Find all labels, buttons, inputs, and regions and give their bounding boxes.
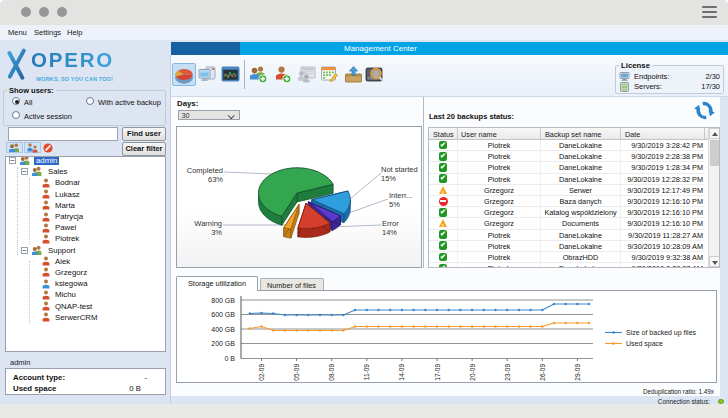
svg-text:Size of backed up files: Size of backed up files bbox=[626, 329, 697, 337]
svg-text:Interr...: Interr... bbox=[389, 191, 412, 200]
svg-text:0 B: 0 B bbox=[224, 355, 235, 362]
svg-text:Used space: Used space bbox=[626, 340, 663, 348]
svg-text:15%: 15% bbox=[381, 174, 396, 183]
svg-text:02-09: 02-09 bbox=[258, 364, 265, 381]
svg-text:08-09: 08-09 bbox=[328, 364, 335, 381]
svg-text:800 GB: 800 GB bbox=[211, 297, 235, 304]
svg-text:14-09: 14-09 bbox=[398, 364, 405, 381]
svg-text:Not started: Not started bbox=[381, 165, 418, 174]
svg-text:3%: 3% bbox=[211, 228, 222, 237]
svg-text:400 GB: 400 GB bbox=[211, 326, 235, 333]
svg-text:23-09: 23-09 bbox=[504, 364, 511, 381]
svg-text:20-09: 20-09 bbox=[469, 364, 476, 381]
svg-text:Completed: Completed bbox=[187, 166, 223, 175]
svg-text:Warning: Warning bbox=[194, 219, 222, 228]
svg-text:600 GB: 600 GB bbox=[211, 311, 235, 318]
svg-text:5%: 5% bbox=[389, 200, 400, 209]
svg-text:14%: 14% bbox=[382, 228, 397, 237]
svg-text:63%: 63% bbox=[208, 175, 223, 184]
svg-text:05-09: 05-09 bbox=[293, 364, 300, 381]
svg-text:11-09: 11-09 bbox=[363, 364, 370, 381]
svg-text:200 GB: 200 GB bbox=[211, 340, 235, 347]
svg-text:17-09: 17-09 bbox=[434, 364, 441, 381]
svg-text:Error: Error bbox=[382, 219, 399, 228]
svg-text:26-09: 26-09 bbox=[539, 364, 546, 381]
svg-text:29-09: 29-09 bbox=[574, 364, 581, 381]
